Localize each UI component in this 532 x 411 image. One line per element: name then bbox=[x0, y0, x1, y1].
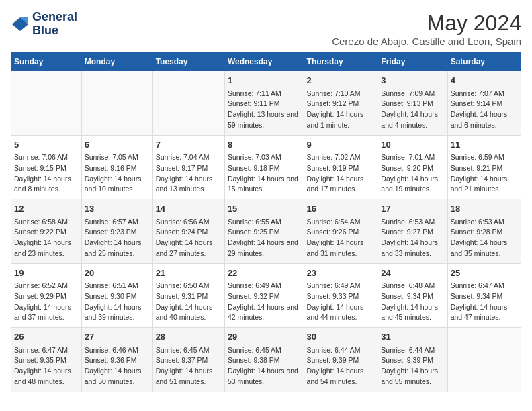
calendar-table: SundayMondayTuesdayWednesdayThursdayFrid… bbox=[11, 52, 521, 392]
info-line: Sunset: 9:24 PM bbox=[156, 227, 222, 238]
day-number: 4 bbox=[451, 74, 518, 87]
calendar-cell bbox=[81, 71, 152, 136]
day-number: 20 bbox=[85, 267, 150, 280]
info-line: Sunrise: 6:56 AM bbox=[156, 217, 222, 228]
calendar-cell: 27Sunrise: 6:46 AMSunset: 9:36 PMDayligh… bbox=[81, 328, 152, 392]
day-header-friday: Friday bbox=[378, 53, 447, 71]
calendar-cell: 5Sunrise: 7:06 AMSunset: 9:15 PMDaylight… bbox=[11, 135, 82, 199]
day-header-saturday: Saturday bbox=[447, 53, 521, 71]
calendar-cell: 12Sunrise: 6:58 AMSunset: 9:22 PMDayligh… bbox=[11, 199, 82, 264]
info-line: Sunrise: 6:46 AM bbox=[85, 345, 150, 356]
info-line: Daylight: 14 hours and 55 minutes. bbox=[381, 366, 444, 387]
calendar-cell: 3Sunrise: 7:09 AMSunset: 9:13 PMDaylight… bbox=[378, 71, 447, 136]
info-line: Sunrise: 6:47 AM bbox=[451, 281, 518, 291]
info-line: Sunrise: 7:05 AM bbox=[85, 152, 150, 163]
week-row-1: 1Sunrise: 7:11 AMSunset: 9:11 PMDaylight… bbox=[11, 71, 521, 136]
day-header-thursday: Thursday bbox=[304, 53, 378, 71]
info-line: Sunrise: 7:04 AM bbox=[156, 152, 222, 163]
calendar-cell: 31Sunrise: 6:44 AMSunset: 9:39 PMDayligh… bbox=[378, 328, 447, 392]
logo-text: General Blue bbox=[32, 11, 77, 38]
calendar-cell bbox=[447, 328, 521, 392]
calendar-cell: 20Sunrise: 6:51 AMSunset: 9:30 PMDayligh… bbox=[81, 263, 152, 328]
day-number: 31 bbox=[381, 330, 444, 344]
day-info: Sunrise: 6:51 AMSunset: 9:30 PMDaylight:… bbox=[85, 281, 150, 323]
day-number: 13 bbox=[85, 202, 150, 216]
calendar-cell: 11Sunrise: 6:59 AMSunset: 9:21 PMDayligh… bbox=[447, 135, 521, 199]
info-line: Daylight: 14 hours and 13 minutes. bbox=[156, 174, 222, 195]
day-info: Sunrise: 6:52 AMSunset: 9:29 PMDaylight:… bbox=[14, 281, 79, 323]
day-info: Sunrise: 7:04 AMSunset: 9:17 PMDaylight:… bbox=[156, 152, 222, 195]
day-header-wednesday: Wednesday bbox=[224, 53, 304, 71]
calendar-cell: 19Sunrise: 6:52 AMSunset: 9:29 PMDayligh… bbox=[11, 263, 82, 328]
info-line: Sunrise: 6:47 AM bbox=[14, 345, 79, 356]
day-number: 14 bbox=[156, 202, 222, 216]
calendar-cell: 7Sunrise: 7:04 AMSunset: 9:17 PMDaylight… bbox=[152, 135, 224, 199]
calendar-cell: 15Sunrise: 6:55 AMSunset: 9:25 PMDayligh… bbox=[224, 199, 304, 264]
day-info: Sunrise: 6:53 AMSunset: 9:28 PMDaylight:… bbox=[451, 217, 518, 259]
info-line: Sunrise: 6:45 AM bbox=[228, 345, 301, 356]
week-row-2: 5Sunrise: 7:06 AMSunset: 9:15 PMDaylight… bbox=[11, 135, 521, 199]
day-info: Sunrise: 6:47 AMSunset: 9:34 PMDaylight:… bbox=[451, 281, 518, 323]
day-header-monday: Monday bbox=[81, 53, 152, 71]
info-line: Sunrise: 6:51 AM bbox=[85, 281, 150, 291]
calendar-cell: 26Sunrise: 6:47 AMSunset: 9:35 PMDayligh… bbox=[11, 328, 82, 392]
day-number: 7 bbox=[156, 138, 222, 152]
day-info: Sunrise: 6:47 AMSunset: 9:35 PMDaylight:… bbox=[14, 345, 79, 387]
day-info: Sunrise: 6:56 AMSunset: 9:24 PMDaylight:… bbox=[156, 217, 222, 259]
calendar-cell bbox=[11, 71, 82, 136]
info-line: Sunrise: 7:07 AM bbox=[451, 89, 518, 99]
info-line: Daylight: 14 hours and 17 minutes. bbox=[307, 174, 375, 195]
calendar-cell: 17Sunrise: 6:53 AMSunset: 9:27 PMDayligh… bbox=[378, 199, 447, 264]
logo-icon bbox=[11, 15, 30, 34]
info-line: Sunset: 9:21 PM bbox=[451, 163, 518, 174]
day-number: 18 bbox=[451, 202, 518, 216]
info-line: Sunrise: 7:10 AM bbox=[307, 89, 375, 99]
info-line: Sunrise: 6:55 AM bbox=[228, 217, 301, 228]
info-line: Sunset: 9:25 PM bbox=[228, 227, 301, 238]
info-line: Daylight: 14 hours and 47 minutes. bbox=[451, 302, 518, 324]
day-info: Sunrise: 6:55 AMSunset: 9:25 PMDaylight:… bbox=[228, 217, 301, 259]
info-line: Sunset: 9:19 PM bbox=[307, 163, 375, 174]
info-line: Daylight: 14 hours and 1 minute. bbox=[307, 109, 375, 131]
info-line: Sunrise: 6:53 AM bbox=[451, 217, 518, 228]
day-number: 16 bbox=[307, 202, 375, 216]
info-line: Sunrise: 6:44 AM bbox=[307, 345, 375, 356]
info-line: Sunrise: 7:03 AM bbox=[228, 152, 301, 163]
calendar-cell: 24Sunrise: 6:48 AMSunset: 9:34 PMDayligh… bbox=[378, 263, 447, 328]
calendar-cell: 16Sunrise: 6:54 AMSunset: 9:26 PMDayligh… bbox=[304, 199, 378, 264]
info-line: Sunrise: 7:02 AM bbox=[307, 152, 375, 163]
day-info: Sunrise: 7:11 AMSunset: 9:11 PMDaylight:… bbox=[228, 89, 301, 131]
info-line: Sunset: 9:13 PM bbox=[381, 99, 444, 109]
info-line: Sunset: 9:26 PM bbox=[307, 227, 375, 238]
info-line: Daylight: 14 hours and 4 minutes. bbox=[381, 109, 444, 131]
calendar-cell: 23Sunrise: 6:49 AMSunset: 9:33 PMDayligh… bbox=[304, 263, 378, 328]
calendar-cell: 13Sunrise: 6:57 AMSunset: 9:23 PMDayligh… bbox=[81, 199, 152, 264]
info-line: Sunrise: 6:53 AM bbox=[381, 217, 444, 228]
day-info: Sunrise: 6:45 AMSunset: 9:38 PMDaylight:… bbox=[228, 345, 301, 387]
info-line: Sunset: 9:34 PM bbox=[451, 291, 518, 302]
info-line: Daylight: 14 hours and 15 minutes. bbox=[228, 174, 301, 195]
day-header-sunday: Sunday bbox=[11, 53, 82, 71]
calendar-cell: 18Sunrise: 6:53 AMSunset: 9:28 PMDayligh… bbox=[447, 199, 521, 264]
page-title: May 2024 bbox=[332, 11, 521, 36]
title-area: May 2024 Cerezo de Abajo, Castille and L… bbox=[332, 11, 521, 47]
day-number: 3 bbox=[381, 74, 444, 87]
info-line: Daylight: 14 hours and 10 minutes. bbox=[85, 174, 150, 195]
day-number: 10 bbox=[381, 138, 444, 152]
calendar-cell: 6Sunrise: 7:05 AMSunset: 9:16 PMDaylight… bbox=[81, 135, 152, 199]
day-info: Sunrise: 7:09 AMSunset: 9:13 PMDaylight:… bbox=[381, 89, 444, 131]
day-info: Sunrise: 6:45 AMSunset: 9:37 PMDaylight:… bbox=[156, 345, 222, 387]
info-line: Sunset: 9:35 PM bbox=[14, 355, 79, 366]
day-info: Sunrise: 7:06 AMSunset: 9:15 PMDaylight:… bbox=[14, 152, 79, 195]
calendar-cell bbox=[152, 71, 224, 136]
info-line: Sunrise: 6:49 AM bbox=[307, 281, 375, 291]
info-line: Daylight: 14 hours and 50 minutes. bbox=[85, 366, 150, 387]
page-subtitle: Cerezo de Abajo, Castille and Leon, Spai… bbox=[332, 36, 521, 47]
day-info: Sunrise: 7:10 AMSunset: 9:12 PMDaylight:… bbox=[307, 89, 375, 131]
info-line: Sunrise: 6:49 AM bbox=[228, 281, 301, 291]
day-header-tuesday: Tuesday bbox=[152, 53, 224, 71]
info-line: Daylight: 14 hours and 23 minutes. bbox=[14, 238, 79, 259]
info-line: Sunset: 9:12 PM bbox=[307, 99, 375, 109]
calendar-cell: 9Sunrise: 7:02 AMSunset: 9:19 PMDaylight… bbox=[304, 135, 378, 199]
info-line: Sunset: 9:16 PM bbox=[85, 163, 150, 174]
